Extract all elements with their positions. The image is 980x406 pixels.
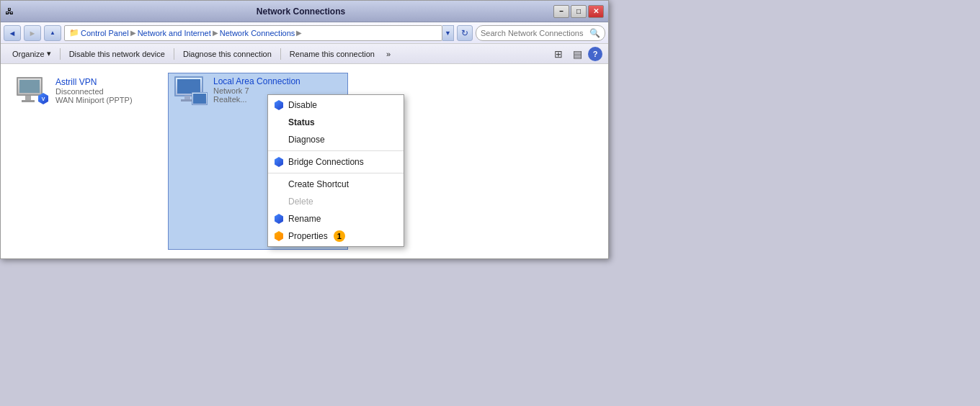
back-button[interactable]: ◄: [4, 25, 21, 41]
local-area-name: Local Area Connection: [213, 76, 342, 86]
toolbar: Organize ▾ Disable this network device D…: [1, 44, 608, 64]
ctx-bridge-connections[interactable]: Bridge Connections: [268, 153, 404, 171]
view-toggle-button[interactable]: ⊞: [551, 46, 566, 62]
ctx-disable[interactable]: Disable: [268, 96, 404, 114]
disable-button[interactable]: Disable this network device: [63, 45, 171, 63]
search-icon[interactable]: 🔍: [589, 28, 600, 38]
shield-icon-rename: [274, 213, 284, 225]
close-button[interactable]: ✕: [588, 5, 604, 18]
view-mode-button[interactable]: ▤: [569, 46, 585, 62]
ctx-diagnose[interactable]: Diagnose: [268, 131, 404, 148]
shield-icon-properties: [274, 230, 284, 242]
astrill-vpn-name: Astrill VPN: [55, 77, 148, 87]
breadcrumb: 📁 Control Panel ▶ Network and Internet ▶…: [64, 25, 442, 41]
shield-icon-disable: [274, 99, 284, 111]
titlebar-buttons: – □ ✕: [553, 5, 604, 18]
addressbar: ◄ ► ▲ 📁 Control Panel ▶ Network and Inte…: [1, 22, 608, 44]
breadcrumb-network-internet[interactable]: Network and Internet: [138, 29, 211, 37]
up-button[interactable]: ▲: [44, 25, 61, 41]
toolbar-divider-2: [174, 48, 174, 60]
list-item-astrill-vpn[interactable]: V Astrill VPN Disconnected WAN Miniport …: [9, 73, 153, 250]
astrill-vpn-info: Astrill VPN Disconnected WAN Miniport (P…: [55, 77, 148, 104]
rename-button[interactable]: Rename this connection: [284, 45, 380, 63]
network-connections-window: 🖧 Network Connections – □ ✕ ◄ ► ▲ 📁 Cont…: [0, 0, 609, 259]
toolbar-right: ⊞ ▤ ?: [551, 46, 602, 62]
search-bar: 🔍: [476, 25, 605, 41]
astrill-vpn-status: Disconnected: [55, 87, 148, 96]
minimize-button[interactable]: –: [553, 5, 569, 18]
toolbar-divider-3: [280, 48, 281, 60]
diagnose-button[interactable]: Diagnose this connection: [177, 45, 277, 63]
ctx-delete: Delete: [268, 193, 404, 210]
window-title: Network Connections: [48, 6, 553, 17]
ctx-rename[interactable]: Rename: [268, 210, 404, 227]
shield-icon-bridge: [274, 156, 284, 168]
astrill-vpn-icon: V: [15, 77, 50, 106]
maximize-button[interactable]: □: [571, 5, 587, 18]
ctx-separator-2: [268, 173, 404, 173]
ctx-properties[interactable]: Properties 1: [268, 227, 404, 245]
toolbar-divider-1: [60, 48, 61, 60]
astrill-vpn-adapter: WAN Miniport (PPTP): [55, 96, 148, 104]
breadcrumb-dropdown[interactable]: ▼: [442, 25, 454, 41]
organize-button[interactable]: Organize ▾: [6, 45, 57, 63]
help-button[interactable]: ?: [588, 47, 602, 61]
ctx-status[interactable]: Status: [268, 114, 404, 131]
local-area-icon: [174, 76, 208, 105]
breadcrumb-network-connections[interactable]: Network Connections: [220, 29, 295, 37]
context-menu: Disable Status Diagnose Bridge Connectio…: [267, 94, 404, 247]
titlebar: 🖧 Network Connections – □ ✕: [1, 1, 608, 22]
more-button[interactable]: »: [380, 45, 396, 63]
ctx-create-shortcut[interactable]: Create Shortcut: [268, 176, 404, 193]
refresh-button[interactable]: ↻: [457, 25, 473, 41]
ctx-separator-1: [268, 150, 404, 151]
breadcrumb-control-panel[interactable]: Control Panel: [81, 29, 129, 37]
search-input[interactable]: [481, 29, 587, 37]
properties-badge: 1: [334, 230, 345, 242]
forward-button[interactable]: ►: [24, 25, 41, 41]
